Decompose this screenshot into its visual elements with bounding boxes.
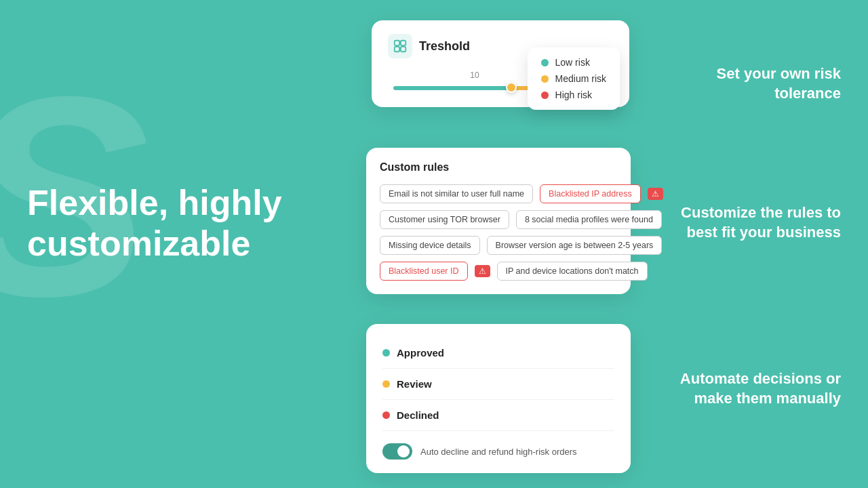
decision-approved-row: Approved xyxy=(382,338,614,369)
threshold-icon xyxy=(388,34,412,58)
slider-value-1: 10 xyxy=(470,70,479,80)
custom-rules-title: Custom rules xyxy=(380,161,617,174)
low-risk-dot xyxy=(541,59,549,66)
medium-risk-dot xyxy=(541,75,549,83)
decision-review-label: Review xyxy=(397,378,432,390)
rule-tag-blacklisted-ip[interactable]: Blacklisted IP address xyxy=(540,184,641,203)
rule-tag-device[interactable]: Missing device details xyxy=(380,236,480,255)
threshold-title: Treshold xyxy=(419,39,470,54)
review-dot xyxy=(382,380,390,388)
decision-review-row: Review xyxy=(382,369,614,400)
rule-tag-browser-version[interactable]: Browser version age is between 2-5 years xyxy=(487,236,663,255)
slider-thumb-yellow[interactable] xyxy=(506,82,517,93)
svg-rect-0 xyxy=(395,41,399,45)
rules-row-3: Missing device details Browser version a… xyxy=(380,236,617,255)
legend-medium: Medium risk xyxy=(541,73,606,84)
high-risk-dot xyxy=(541,92,549,99)
svg-rect-1 xyxy=(401,41,406,45)
toggle-knob xyxy=(397,445,410,458)
rules-grid: Email is not similar to user full name B… xyxy=(380,184,617,281)
decision-declined-row: Declined xyxy=(382,400,614,431)
auto-decline-toggle[interactable] xyxy=(382,443,412,460)
rule-tag-location[interactable]: IP and device locations don't match xyxy=(497,262,648,281)
rule-tag-blacklisted-user[interactable]: Blacklisted user ID xyxy=(380,262,468,281)
declined-dot xyxy=(382,411,390,419)
legend-high: High risk xyxy=(541,89,606,100)
rules-row-2: Customer using TOR browser 8 social medi… xyxy=(380,210,617,229)
alert-badge-ip: ⚠ xyxy=(648,188,663,200)
decision-declined-label: Declined xyxy=(397,409,439,421)
right-label-1: Set your own risk tolerance xyxy=(665,64,841,103)
right-label-3: Automate decisions or make them manually xyxy=(665,369,841,408)
legend-popup: Low risk Medium risk High risk xyxy=(528,47,620,110)
alert-badge-user: ⚠ xyxy=(475,265,490,277)
main-heading: Flexible, highly customizable xyxy=(27,183,339,264)
rules-row-1: Email is not similar to user full name B… xyxy=(380,184,617,203)
rule-tag-social[interactable]: 8 social media profiles were found xyxy=(516,210,662,229)
track-green xyxy=(393,86,511,90)
custom-rules-card: Custom rules Email is not similar to use… xyxy=(366,148,631,294)
threshold-card: Treshold Low risk Medium risk High risk … xyxy=(372,20,629,107)
rule-tag-email[interactable]: Email is not similar to user full name xyxy=(380,184,533,203)
legend-low: Low risk xyxy=(541,57,606,68)
svg-rect-3 xyxy=(401,47,406,52)
right-label-2: Customize the rules to best fit your bus… xyxy=(665,203,841,242)
rule-tag-tor[interactable]: Customer using TOR browser xyxy=(380,210,509,229)
decision-approved-label: Approved xyxy=(397,347,444,359)
toggle-label: Auto decline and refund high-risk orders xyxy=(420,447,577,457)
approved-dot xyxy=(382,349,390,357)
svg-rect-2 xyxy=(395,47,399,52)
auto-decline-toggle-row: Auto decline and refund high-risk orders xyxy=(382,434,614,460)
rules-row-4: Blacklisted user ID ⚠ IP and device loca… xyxy=(380,262,617,281)
decisions-card: Approved Review Declined Auto decline an… xyxy=(366,324,631,473)
